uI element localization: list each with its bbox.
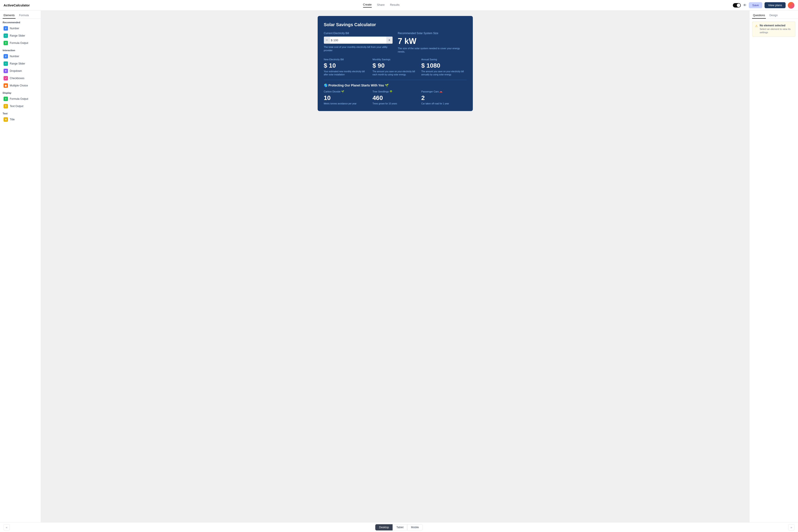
right-panel: Questions Design ⚠ No element selected S… (749, 11, 798, 522)
planet-stat-cars: Passenger Cars 🚗 2 Car taken off road fo… (421, 90, 467, 105)
increment-button[interactable]: + (386, 37, 393, 44)
stat-value-2: $ 1080 (421, 62, 467, 69)
planet-section: 🌎 Protecting Our Planet Starts With You … (324, 80, 467, 105)
calc-stats-row: New Electricity Bill $ 10 Your estimated… (324, 58, 467, 76)
sidebar-item-label: Title (10, 118, 15, 121)
right-panel-tabs: Questions Design (749, 11, 798, 19)
view-desktop-button[interactable]: Desktop (375, 524, 393, 530)
sidebar-item-title[interactable]: H Title (1, 116, 40, 123)
nav-tabs: Create Share Results (363, 3, 400, 7)
sidebar-item-number-int[interactable]: # Number (1, 53, 40, 60)
currency-symbol: $ (330, 39, 334, 42)
tab-questions[interactable]: Questions (752, 13, 766, 19)
sidebar-item-label: Number (10, 55, 19, 58)
sidebar-item-checkboxes[interactable]: ✓ Checkboxes (1, 75, 40, 82)
planet-stat-label-0: Carbon Dioxide 🌱 (324, 90, 369, 93)
planet-stat-desc-0: Metric tonnes avoidance per year (324, 102, 369, 105)
planet-stat-label-1: Tree Seedlings 🌳 (373, 90, 418, 93)
sidebar-item-formula-rec[interactable]: f Formula Output (1, 39, 40, 46)
sidebar-item-label: Checkboxes (10, 77, 24, 80)
view-mobile-button[interactable]: Mobile (407, 524, 422, 530)
next-arrow-button[interactable]: » (788, 524, 795, 530)
number-input[interactable]: − $ + (324, 37, 393, 44)
sidebar-item-multiple-choice[interactable]: ◉ Multiple Choice (1, 82, 40, 89)
calc-top-section: Current Electricity Bill − $ + The total… (324, 32, 467, 54)
planet-stat-trees: Tree Seedlings 🌳 460 Trees grown for 10 … (373, 90, 418, 105)
solar-system-desc: The size of the solar system needed to c… (398, 47, 467, 54)
range-icon-int: ~ (3, 61, 8, 66)
multiple-choice-icon: ◉ (3, 83, 8, 88)
nav-tab-create[interactable]: Create (363, 3, 372, 7)
preview-button[interactable]: 👁 (743, 3, 746, 7)
stat-electricity-bill: New Electricity Bill $ 10 Your estimated… (324, 58, 369, 76)
section-display: Display (0, 89, 41, 95)
sidebar-item-label: Formula Output (10, 41, 28, 44)
tab-formula[interactable]: Formula (18, 13, 30, 19)
nav-tab-share[interactable]: Share (377, 3, 385, 7)
sidebar-item-label: Range Slider (10, 34, 25, 37)
stat-annual-saving: Annual Saving $ 1080 The amount you save… (421, 58, 467, 76)
save-button[interactable]: Save (749, 2, 762, 8)
planet-stat-value-0: 10 (324, 94, 369, 101)
stat-monthly-savings: Monthly Savings $ 90 The amount you save… (373, 58, 418, 76)
main-layout: Elements Formula Recommended # Number ~ … (0, 11, 798, 522)
dropdown-icon: ▼ (3, 69, 8, 73)
range-icon-rec: ~ (3, 34, 8, 38)
section-interaction: Interaction (0, 47, 41, 53)
section-text: Text (0, 110, 41, 116)
sidebar-item-text-output[interactable]: T Text Output (1, 102, 40, 110)
toggle-switch[interactable] (733, 3, 741, 7)
text-output-icon: T (3, 104, 8, 108)
view-options: Desktop Tablet Mobile (375, 524, 422, 530)
no-selection-content: No element selected Select an element to… (760, 24, 793, 34)
planet-title: 🌎 Protecting Our Planet Starts With You … (324, 83, 467, 87)
sidebar-item-label: Range Slider (10, 62, 25, 65)
stat-desc-0: Your estimated new monthly electricity b… (324, 70, 369, 76)
solar-system-section: Recommended Solar System Size 7 kW The s… (398, 32, 467, 54)
decrement-button[interactable]: − (324, 37, 330, 44)
sidebar-item-label: Multiple Choice (10, 84, 28, 87)
electricity-bill-label: Current Electricity Bill (324, 32, 393, 35)
section-recommended: Recommended (0, 19, 41, 25)
stat-value-0: $ 10 (324, 62, 369, 69)
no-selection-box: ⚠ No element selected Select an element … (752, 21, 795, 37)
planet-stat-value-2: 2 (421, 94, 467, 101)
view-plans-button[interactable]: View plans (764, 2, 785, 8)
tab-design[interactable]: Design (768, 13, 779, 19)
sidebar-item-formula-disp[interactable]: f Formula Output (1, 95, 40, 102)
sidebar-item-dropdown[interactable]: ▼ Dropdown (1, 68, 40, 75)
stat-label-0: New Electricity Bill (324, 58, 369, 61)
sidebar-item-label: Number (10, 27, 19, 30)
solar-system-label: Recommended Solar System Size (398, 32, 467, 35)
number-icon-int: # (3, 54, 8, 58)
planet-stat-co2: Carbon Dioxide 🌱 10 Metric tonnes avoida… (324, 90, 369, 105)
planet-stats-row: Carbon Dioxide 🌱 10 Metric tonnes avoida… (324, 90, 467, 105)
sidebar-item-label: Dropdown (10, 69, 22, 73)
sidebar-item-label: Formula Output (10, 97, 28, 100)
prev-arrow-button[interactable]: « (3, 524, 10, 530)
tab-elements[interactable]: Elements (3, 13, 16, 19)
number-icon-rec: # (3, 26, 8, 31)
sidebar-item-number-rec[interactable]: # Number (1, 25, 40, 32)
no-selection-title: No element selected (760, 24, 793, 27)
electricity-bill-section: Current Electricity Bill − $ + The total… (324, 32, 393, 54)
bottom-bar: « Desktop Tablet Mobile » (0, 522, 798, 532)
canvas-area: Solar Savings Calculator Current Electri… (41, 11, 749, 522)
planet-stat-desc-1: Trees grown for 10 years (373, 102, 418, 105)
sidebar-item-range-int[interactable]: ~ Range Slider (1, 60, 40, 67)
nav-tab-results[interactable]: Results (390, 3, 399, 7)
top-nav-right: 👁 Save View plans (733, 2, 795, 8)
left-sidebar: Elements Formula Recommended # Number ~ … (0, 11, 41, 522)
title-icon: H (3, 117, 8, 122)
planet-stat-label-2: Passenger Cars 🚗 (421, 90, 467, 93)
no-selection-desc: Select an element to view its settings (760, 27, 793, 34)
calculator-title: Solar Savings Calculator (324, 22, 467, 27)
planet-stat-desc-2: Car taken off road for 1 year (421, 102, 467, 105)
sidebar-item-range-rec[interactable]: ~ Range Slider (1, 32, 40, 39)
app-logo: ActiveCalculator (3, 3, 30, 7)
avatar[interactable] (788, 2, 795, 8)
top-nav: ActiveCalculator Create Share Results 👁 … (0, 0, 798, 11)
stat-value-1: $ 90 (373, 62, 418, 69)
electricity-bill-input[interactable] (334, 39, 386, 42)
view-tablet-button[interactable]: Tablet (393, 524, 407, 530)
